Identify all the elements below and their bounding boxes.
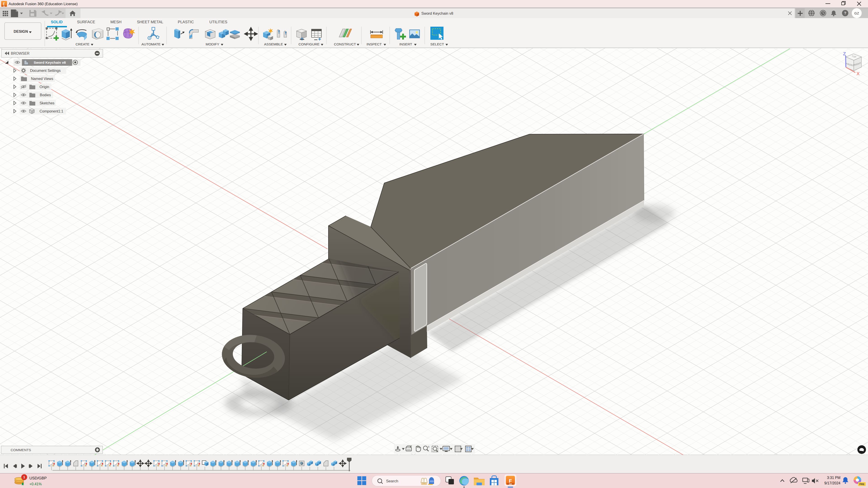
svg-text:ASSEMBLE: ASSEMBLE xyxy=(264,42,283,46)
svg-text:Autodesk Fusion 360 (Education: Autodesk Fusion 360 (Education License) xyxy=(8,2,78,6)
svg-text:SHEET METAL: SHEET METAL xyxy=(137,20,163,24)
svg-text:Sketches: Sketches xyxy=(39,101,55,105)
svg-text:Origin: Origin xyxy=(39,85,49,89)
svg-text:360: 360 xyxy=(509,483,512,485)
svg-text:MODIFY: MODIFY xyxy=(206,42,219,46)
svg-text:Search: Search xyxy=(386,479,398,483)
svg-text:PRE: PRE xyxy=(860,483,865,486)
svg-text:±: ± xyxy=(428,445,430,448)
svg-text:Document Settings: Document Settings xyxy=(30,69,61,72)
svg-text:BROWSER: BROWSER xyxy=(11,52,30,55)
svg-text:SURFACE: SURFACE xyxy=(77,20,95,24)
svg-text:9/17/2024: 9/17/2024 xyxy=(825,481,840,485)
svg-text:Sword Keychain v8: Sword Keychain v8 xyxy=(34,61,66,64)
svg-text:USD/GBP: USD/GBP xyxy=(29,476,47,480)
svg-text:AUTOMATE: AUTOMATE xyxy=(142,42,161,46)
svg-text:Sword Keychain v8: Sword Keychain v8 xyxy=(421,11,453,15)
svg-text:360: 360 xyxy=(3,5,5,7)
svg-text:?: ? xyxy=(844,11,846,15)
svg-text:INSERT: INSERT xyxy=(399,42,412,46)
svg-text:UTILITIES: UTILITIES xyxy=(209,20,227,24)
svg-text:Component1:1: Component1:1 xyxy=(39,109,63,113)
svg-text:PLASTIC: PLASTIC xyxy=(178,20,194,24)
svg-text:3:31 PM: 3:31 PM xyxy=(827,476,840,480)
svg-text:SELECT: SELECT xyxy=(430,42,444,46)
svg-text:CREATE: CREATE xyxy=(75,42,90,46)
svg-text:MESH: MESH xyxy=(110,20,121,24)
svg-text:+0.41%: +0.41% xyxy=(29,482,42,486)
svg-text:CONSTRUCT: CONSTRUCT xyxy=(334,42,356,46)
svg-text:Z: Z xyxy=(843,51,846,56)
svg-text:1: 1 xyxy=(23,475,25,479)
svg-text:X: X xyxy=(857,71,860,76)
svg-text:Bodies: Bodies xyxy=(40,93,51,97)
svg-text:CONFIGURE: CONFIGURE xyxy=(299,42,320,46)
svg-text:DESIGN: DESIGN xyxy=(13,29,28,33)
svg-text:INSPECT: INSPECT xyxy=(366,42,382,46)
svg-text:COMMENTS: COMMENTS xyxy=(11,448,31,452)
svg-text:GZ: GZ xyxy=(855,11,859,15)
svg-text:Named Views: Named Views xyxy=(31,77,53,80)
svg-text:SOLID: SOLID xyxy=(51,20,63,24)
